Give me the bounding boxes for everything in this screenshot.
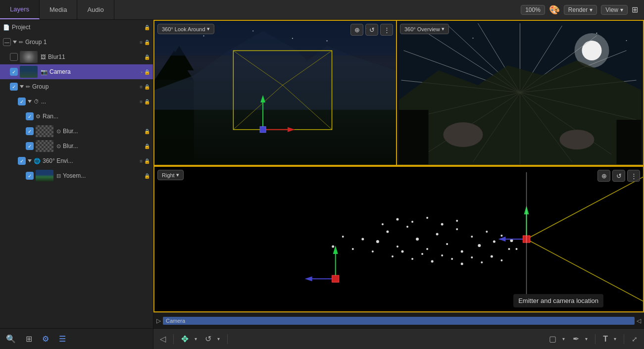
group1-row-icons: ≡ 🔒 [140, 40, 150, 45]
text-button[interactable]: T [600, 333, 610, 345]
check-env360[interactable]: ✓ [18, 157, 26, 165]
sidebar-item-group2[interactable]: ✓ ✏ Group ≡ 🔒 [0, 79, 153, 94]
sidebar-item-blur2[interactable]: ✓ ⊙ Blur... 🔒 [0, 124, 153, 139]
check-group2[interactable]: ✓ [10, 83, 18, 91]
paint-dropdown[interactable]: ▾ [583, 335, 590, 343]
check-blur2[interactable]: ✓ [26, 127, 34, 135]
overview-viewer-dropdown[interactable]: 360° Overview ▾ [400, 24, 449, 34]
check-yosem[interactable]: ✓ [26, 172, 34, 180]
view-button[interactable]: View ▾ [601, 5, 628, 15]
bottom-viewer-toolbar: Right ▾ [157, 170, 184, 180]
move-dropdown[interactable]: ▾ [192, 335, 199, 343]
timeline-strip: ▷ Camera ◁ [153, 312, 644, 328]
svg-point-54 [396, 246, 398, 248]
svg-rect-49 [154, 172, 643, 306]
group-view-btn[interactable]: ⊞ [24, 333, 34, 345]
window-icon[interactable]: ⊞ [632, 5, 638, 14]
check-blur3[interactable]: ✓ [26, 142, 34, 150]
sidebar-item-group1[interactable]: — ✏ Group 1 ≡ 🔒 [0, 35, 153, 50]
svg-point-83 [481, 261, 483, 263]
main-viewer-reset-btn[interactable]: ↺ [365, 24, 378, 36]
move-tool-group: ✥ ▾ [179, 332, 199, 346]
svg-rect-45 [399, 110, 429, 164]
svg-point-70 [361, 238, 364, 240]
svg-rect-97 [332, 275, 339, 282]
search-btn[interactable]: 🔍 [4, 333, 18, 345]
bottom-scene-svg [154, 167, 643, 311]
ran1-label: Ran... [43, 113, 150, 120]
env360-label: 360° Envi... [43, 157, 140, 164]
svg-point-71 [352, 248, 354, 250]
check-blur11[interactable] [10, 53, 18, 61]
main-canvas[interactable]: 360° Look Around ▾ ⊕ ↺ ⋮ [154, 21, 396, 165]
yosem-icon: ⊟ [56, 173, 61, 179]
timeline-end-icon[interactable]: ◁ [637, 317, 641, 324]
rect-select-dropdown[interactable]: ▾ [560, 335, 567, 343]
sidebar-item-camera[interactable]: ✓ 📷 Camera ▪ 🔒 [0, 64, 153, 79]
timeline-start-icon[interactable]: ▷ [156, 317, 161, 324]
collapse-env360 [28, 159, 32, 162]
rotate-button[interactable]: ↺ [202, 333, 214, 345]
rotate-dropdown[interactable]: ▾ [215, 335, 222, 343]
tab-layers[interactable]: Layers [0, 0, 40, 19]
tab-media[interactable]: Media [40, 0, 77, 19]
bottom-viewer-dropdown[interactable]: Right ▾ [157, 170, 184, 180]
sidebar-item-env360[interactable]: ✓ 🌐 360° Envi... ≡ 🔒 [0, 153, 153, 168]
main-viewer-dropdown-icon: ▾ [207, 26, 210, 32]
paint-tool-group: ✒ ▾ [570, 333, 590, 345]
check-group1[interactable]: — [3, 38, 11, 46]
main-scene-bg [154, 21, 396, 165]
move-button[interactable]: ✥ [179, 332, 191, 346]
camera-label: Camera [50, 68, 141, 75]
sidebar-item-blur11[interactable]: 🖼 Blur11 🔒 [0, 50, 153, 64]
timeline-bar[interactable]: Camera [163, 317, 635, 325]
svg-marker-44 [399, 60, 642, 165]
tab-audio[interactable]: Audio [77, 0, 114, 19]
overview-canvas[interactable]: 360° Overview ▾ [397, 21, 643, 165]
check-camera[interactable]: ✓ [10, 68, 18, 76]
sidebar-item-ran1[interactable]: ✓ ⚙ Ran... [0, 109, 153, 124]
viewports-row: 360° Look Around ▾ ⊕ ↺ ⋮ [153, 20, 644, 166]
bottom-viewer-more-btn[interactable]: ⋮ [627, 170, 640, 182]
svg-point-85 [500, 259, 502, 261]
settings-btn[interactable]: ☰ [57, 333, 68, 345]
svg-point-75 [401, 250, 404, 253]
group2-label: Group [32, 83, 140, 90]
color-icon[interactable]: 🎨 [549, 4, 560, 15]
paint-button[interactable]: ✒ [570, 333, 582, 345]
zoom-display[interactable]: 100% [521, 5, 545, 15]
timer1-row-icons: ≡ 🔒 [140, 99, 150, 104]
svg-point-63 [478, 244, 481, 247]
check-ran1[interactable]: ✓ [26, 112, 34, 120]
rotate-tool-group: ↺ ▾ [202, 333, 222, 345]
sidebar-item-timer1[interactable]: ✓ ⏱ ... ≡ 🔒 [0, 94, 153, 109]
render-button[interactable]: Render ▾ [564, 5, 597, 15]
bottom-viewer-compass-btn[interactable]: ⊕ [597, 170, 610, 182]
svg-point-62 [471, 236, 473, 238]
tool-sep-3 [595, 334, 595, 344]
rect-select-button[interactable]: ▢ [546, 333, 559, 345]
main-viewer-more-btn[interactable]: ⋮ [380, 24, 393, 36]
effects-btn[interactable]: ⚙ [40, 333, 51, 345]
check-timer1[interactable]: ✓ [18, 98, 26, 105]
expand-button[interactable]: ⤢ [629, 334, 640, 345]
svg-point-47 [444, 122, 483, 147]
main-viewer-compass-btn[interactable]: ⊕ [350, 24, 363, 36]
svg-point-92 [456, 220, 458, 222]
bottom-viewer-reset-btn[interactable]: ↺ [612, 170, 625, 182]
sidebar-item-blur3[interactable]: ✓ ⊙ Blur... 🔒 [0, 139, 153, 153]
main-viewer-dropdown[interactable]: 360° Look Around ▾ [157, 24, 214, 34]
content-area: 360° Look Around ▾ ⊕ ↺ ⋮ [153, 20, 644, 349]
sidebar-item-project[interactable]: 📄 Project 🔒 [0, 20, 153, 35]
lock-icon-yosem: 🔒 [144, 173, 150, 179]
sidebar-item-yosem[interactable]: ✓ ⊟ Yosem... 🔒 [0, 168, 153, 183]
lock-icon-timer1: 🔒 [144, 99, 150, 104]
select-left-button[interactable]: ◁ [157, 333, 168, 345]
svg-point-48 [560, 130, 594, 150]
tool-sep-2 [227, 334, 228, 344]
svg-point-89 [411, 221, 413, 223]
overview-viewer: 360° Overview ▾ [396, 20, 644, 166]
blur11-icon: 🖼 [41, 54, 46, 60]
text-dropdown[interactable]: ▾ [611, 335, 619, 343]
svg-point-69 [372, 250, 374, 252]
